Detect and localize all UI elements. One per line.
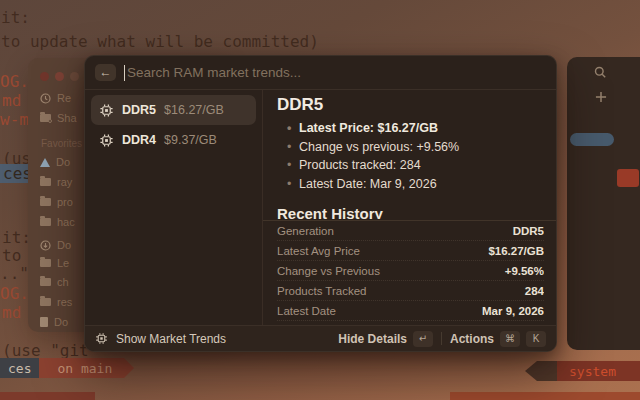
- traffic-light-close-icon[interactable]: [40, 72, 49, 81]
- metadata-table: Generation DDR5 Latest Avg Price $16.27/…: [277, 221, 544, 325]
- branch-text: on main: [57, 361, 112, 376]
- metadata-label: Generation: [277, 225, 334, 237]
- finder-item-downloads[interactable]: Do: [40, 237, 71, 253]
- finder-item-label: Sha: [57, 112, 77, 124]
- finder-item-label: res: [57, 296, 72, 308]
- status-segment-branch: on main: [39, 358, 124, 378]
- list-item-title: DDR4: [122, 133, 156, 147]
- terminal-text-fragment: to update what will be committed): [1, 32, 319, 51]
- plus-icon[interactable]: [595, 91, 607, 103]
- folder-icon: [40, 218, 51, 226]
- finder-item-label: hac: [57, 216, 75, 228]
- metadata-row: Dataset Updated Mar 9, 2026: [277, 321, 544, 325]
- metadata-label: Change vs Previous: [277, 265, 380, 277]
- action-footer: Show Market Trends Hide Details ↵ Action…: [85, 325, 556, 351]
- search-bar: ←: [85, 56, 556, 90]
- shared-folder-icon: [40, 114, 51, 122]
- terminal-status-bar: ces on main: [0, 358, 134, 378]
- metadata-row: Products Tracked 284: [277, 281, 544, 301]
- metadata-value: 284: [525, 285, 544, 297]
- finder-item-label: pro: [57, 196, 73, 208]
- folder-icon: [40, 278, 51, 286]
- finder-item-folder[interactable]: res: [40, 294, 72, 310]
- list-item-subtitle: $9.37/GB: [164, 133, 217, 147]
- detail-bullet: Latest Price: $16.27/GB: [299, 119, 542, 138]
- list-item-ddr4[interactable]: DDR4 $9.37/GB: [91, 125, 256, 155]
- finder-item-documents[interactable]: Do: [40, 314, 68, 330]
- list-item-subtitle: $16.27/GB: [164, 103, 224, 117]
- enter-key-icon: ↵: [413, 331, 433, 347]
- folder-icon: [40, 178, 51, 186]
- text-caret: [124, 65, 125, 81]
- chip-icon: [99, 133, 114, 148]
- results-list: DDR5 $16.27/GB DDR4 $9.37/GB: [85, 90, 263, 325]
- finder-item-folder[interactable]: hac: [40, 214, 75, 230]
- download-icon: [40, 240, 51, 251]
- history-heading-clip: Recent History: [277, 204, 542, 219]
- finder-item-drive[interactable]: Do: [40, 154, 70, 170]
- terminal-text-fragment: to: [2, 246, 21, 265]
- finder-item-label: ch: [57, 276, 69, 288]
- metadata-label: Latest Avg Price: [277, 245, 360, 257]
- status-segment: ces: [0, 358, 39, 378]
- finder-item-label: Do: [54, 316, 68, 328]
- bottom-band: [0, 392, 95, 400]
- detail-pane: DDR5 Latest Price: $16.27/GB Change vs p…: [263, 90, 556, 325]
- finder-item-shared[interactable]: Sha: [40, 110, 77, 126]
- finder-item-label: Do: [57, 239, 71, 251]
- detail-bullet: Latest Date: Mar 9, 2026: [299, 175, 542, 194]
- terminal-text-fragment: md: [2, 303, 21, 322]
- finder-item-folder[interactable]: ch: [40, 274, 69, 290]
- terminal-text-fragment: it:: [2, 228, 31, 247]
- right-background-window: [567, 57, 640, 350]
- chip-icon: [95, 332, 108, 345]
- actions-button[interactable]: Actions ⌘ K: [450, 331, 546, 347]
- metadata-row: Latest Date Mar 9, 2026: [277, 301, 544, 321]
- launcher-panel: ← DDR5 $16.27/GB: [84, 55, 557, 352]
- metadata-label: Dataset Updated: [277, 325, 363, 326]
- terminal-text-fragment: ..": [0, 264, 29, 283]
- hide-details-label: Hide Details: [338, 332, 407, 346]
- metadata-value: $16.27/GB: [488, 245, 544, 257]
- finder-item-folder[interactable]: ray: [40, 174, 72, 190]
- selected-tab-pill[interactable]: [570, 133, 614, 146]
- status-text: ces: [8, 361, 31, 376]
- terminal-text-fragment: it:: [1, 8, 30, 27]
- hide-details-button[interactable]: Hide Details ↵: [338, 331, 433, 347]
- traffic-light-zoom-icon[interactable]: [70, 72, 79, 81]
- finder-item-recents[interactable]: Re: [40, 90, 71, 106]
- metadata-label: Latest Date: [277, 305, 336, 317]
- folder-icon: [40, 298, 51, 306]
- document-icon: [40, 317, 48, 327]
- metadata-row: Generation DDR5: [277, 221, 544, 241]
- bottom-band: [450, 392, 640, 400]
- status-segment-system: system: [557, 361, 640, 381]
- screen: it: to update what will be committed) OG…: [0, 0, 640, 400]
- list-item-ddr5[interactable]: DDR5 $16.27/GB: [91, 95, 256, 125]
- terminal-text-fragment: OG.: [0, 72, 29, 91]
- search-icon[interactable]: [594, 66, 607, 79]
- metadata-value: DDR5: [513, 225, 544, 237]
- powerline-arrow-icon: [525, 361, 557, 381]
- metadata-value: Mar 9, 2026: [482, 325, 544, 326]
- traffic-light-minimize-icon[interactable]: [55, 72, 64, 81]
- metadata-row: Change vs Previous +9.56%: [277, 261, 544, 281]
- terminal-status-bar-right: system: [525, 361, 640, 381]
- notification-badge: [617, 169, 639, 187]
- finder-item-label: ray: [57, 176, 72, 188]
- metadata-label: Products Tracked: [277, 285, 366, 297]
- terminal-text-fragment: w-m: [0, 110, 29, 129]
- finder-item-folder[interactable]: Le: [40, 255, 69, 271]
- primary-action-label[interactable]: Show Market Trends: [116, 332, 226, 346]
- finder-item-label: Do: [56, 156, 70, 168]
- finder-item-folder[interactable]: pro: [40, 194, 73, 210]
- search-input[interactable]: [127, 65, 546, 80]
- metadata-value: +9.56%: [505, 265, 544, 277]
- folder-icon: [40, 259, 51, 267]
- back-button[interactable]: ←: [95, 64, 116, 81]
- finder-section-label: Favorites: [41, 138, 82, 149]
- finder-item-label: Re: [57, 92, 71, 104]
- finder-item-label: Le: [57, 257, 69, 269]
- status-text: system: [569, 364, 616, 379]
- k-key-icon: K: [526, 331, 546, 347]
